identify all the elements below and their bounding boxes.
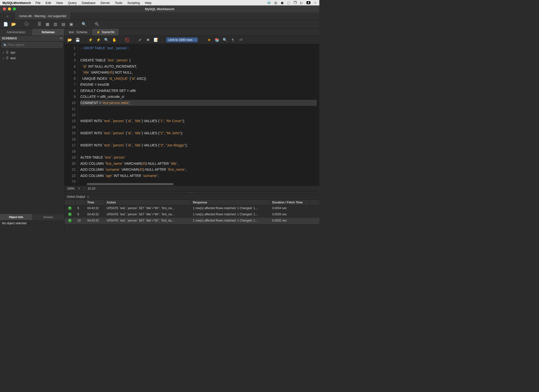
status-icon-3[interactable]: ◌	[287, 1, 290, 5]
col-status	[64, 200, 75, 205]
output-row[interactable]: 904:43:32UPDATE `test`.`person` SET `tit…	[64, 212, 319, 218]
input-source-icon[interactable]: A	[306, 1, 310, 4]
refresh-icon[interactable]: ⟲	[60, 37, 62, 40]
sidebar: Administration Schemas SCHEMAS ⟲ 🔍 ▸ 🗄 s…	[0, 29, 64, 232]
execute-current-button[interactable]: ⚡	[96, 37, 101, 43]
create-procedure-button[interactable]: ▤	[60, 21, 66, 28]
editor-tab-label: test - Schema	[69, 30, 87, 34]
success-icon	[68, 213, 72, 216]
wrap-button[interactable]: ⏎	[238, 37, 243, 43]
schema-label: test	[10, 56, 16, 60]
scrollbar-thumb[interactable]	[87, 183, 174, 185]
output-table: Time Action Response Duration / Fetch Ti…	[64, 199, 319, 232]
status-icon-6[interactable]: ✕	[314, 1, 317, 5]
create-view-button[interactable]: ▥	[52, 21, 59, 28]
output-title[interactable]: Action Output	[67, 195, 85, 198]
new-sql-tab-button[interactable]: 📄	[2, 21, 9, 28]
save-file-button[interactable]: 💾	[75, 37, 80, 43]
status-icon-2[interactable]: ◉	[281, 1, 284, 5]
menu-tools[interactable]: Tools	[115, 1, 122, 5]
tab-schemas[interactable]: Schemas	[32, 29, 64, 35]
output-row[interactable]: 804:43:32UPDATE `test`.`person` SET `tit…	[64, 205, 319, 212]
horizontal-scrollbar[interactable]	[64, 183, 319, 186]
rollback-button[interactable]: ✖	[145, 37, 151, 43]
chevron-updown-icon[interactable]: ⇅	[87, 196, 89, 198]
main-toolbar: 📄 📂 ⓘ 🗄 ▦ ▥ ▤ ▣ 🔍 🔌	[0, 20, 319, 29]
horizontal-splitter[interactable]: • • •	[64, 191, 319, 194]
home-tab[interactable]: ⌂	[0, 12, 15, 20]
editor-tab-schema[interactable]: test - Schema	[64, 29, 92, 35]
inspector-button[interactable]: ⓘ	[23, 21, 30, 28]
sidebar-bottom-tabs: Object Info Session	[0, 214, 64, 220]
docker-icon[interactable]: 🐳	[267, 1, 271, 5]
tab-administration[interactable]: Administration	[0, 29, 32, 35]
menu-scripting[interactable]: Scripting	[127, 1, 140, 5]
connection-tab-active[interactable]: ironoc-db - Warning - not supported	[15, 12, 71, 20]
editor-toolbar: 📂 💾 ⚡ ⚡ 🔍 ✋ 🚫 ✔ ✖ 📝 Limit to 1000 rows ★…	[64, 36, 319, 44]
limit-rows-select[interactable]: Limit to 1000 rows	[166, 37, 198, 42]
search-button[interactable]: 🔍	[222, 37, 228, 43]
minimize-window-button[interactable]	[8, 7, 11, 10]
toggle-whitespace-button[interactable]: 📝	[153, 37, 159, 43]
menu-help[interactable]: Help	[145, 1, 151, 5]
execute-button[interactable]: ⚡	[88, 37, 93, 43]
menu-server[interactable]: Server	[100, 1, 110, 5]
tab-object-info[interactable]: Object Info	[0, 214, 32, 220]
menu-query[interactable]: Query	[68, 1, 77, 5]
search-icon: 🔍	[3, 44, 7, 47]
status-icon-1[interactable]: ◎	[274, 1, 277, 5]
window-titlebar: MySQL Workbench	[0, 5, 319, 12]
zoom-stepper-icon[interactable]: ⇅	[78, 187, 80, 190]
editor-tab-starterdb[interactable]: ⚡ StarterDb	[92, 29, 119, 35]
window-title: MySQL Workbench	[145, 7, 175, 11]
macos-menubar: MySQLWorkbench File Edit View Query Data…	[0, 0, 319, 5]
col-duration[interactable]: Duration / Fetch Time	[270, 200, 310, 205]
connection-tabs: ⌂ ironoc-db - Warning - not supported	[0, 12, 319, 20]
invisible-chars-button[interactable]: ¶	[230, 37, 236, 43]
explain-button[interactable]: 🔍	[104, 37, 109, 43]
schema-item-test[interactable]: ▸ 🗄 test	[2, 55, 62, 61]
no-object-label: No object selected	[2, 222, 27, 225]
create-function-button[interactable]: ▣	[68, 21, 74, 28]
schemas-header-label: SCHEMAS	[2, 37, 17, 40]
toggle-autocommit-button[interactable]: 🚫	[124, 37, 130, 43]
app-name: MySQLWorkbench	[2, 1, 31, 5]
success-icon	[68, 219, 72, 222]
output-table-header: Time Action Response Duration / Fetch Ti…	[64, 199, 319, 205]
stop-button[interactable]: ✋	[112, 37, 117, 43]
code-content[interactable]: -- DROP TABLE `test`.`person`; CREATE TA…	[78, 44, 319, 183]
maximize-window-button[interactable]	[13, 7, 16, 10]
editor-area: test - Schema ⚡ StarterDb 📂 💾 ⚡ ⚡ 🔍 ✋ 🚫 …	[64, 29, 319, 232]
col-time[interactable]: Time	[85, 200, 105, 205]
menu-file[interactable]: File	[35, 1, 41, 5]
commit-button[interactable]: ✔	[137, 37, 143, 43]
menu-view[interactable]: View	[56, 1, 63, 5]
col-response[interactable]: Response	[191, 200, 270, 205]
main-layout: Administration Schemas SCHEMAS ⟲ 🔍 ▸ 🗄 s…	[0, 29, 319, 232]
output-row[interactable]: 1004:43:32UPDATE `test`.`person` SET `ti…	[64, 218, 319, 224]
beautify-button[interactable]: ★	[206, 37, 212, 43]
traffic-lights	[0, 7, 16, 10]
open-file-button[interactable]: 📂	[67, 37, 72, 43]
reconnect-button[interactable]: 🔌	[94, 21, 100, 28]
code-editor[interactable]: 1234567891011121314151617181920212223 --…	[64, 44, 319, 183]
search-table-button[interactable]: 🔍	[81, 21, 87, 28]
menu-edit[interactable]: Edit	[46, 1, 51, 5]
schema-item-sys[interactable]: ▸ 🗄 sys	[2, 50, 62, 55]
filter-objects-input[interactable]	[1, 42, 63, 48]
object-info-panel: No object selected	[0, 220, 64, 232]
close-window-button[interactable]	[3, 7, 6, 10]
output-header: Action Output ⇅	[64, 194, 319, 199]
tab-session[interactable]: Session	[32, 214, 64, 220]
action-output-panel: Action Output ⇅ Time Action Response Dur…	[64, 194, 319, 232]
create-schema-button[interactable]: 🗄	[36, 21, 43, 28]
find-button[interactable]: 📚	[214, 37, 220, 43]
zoom-level[interactable]: 100%	[67, 187, 75, 190]
menu-database[interactable]: Database	[82, 1, 95, 5]
status-icon-5[interactable]: ▷	[300, 1, 303, 5]
success-icon	[68, 206, 72, 210]
create-table-button[interactable]: ▦	[44, 21, 51, 28]
status-icon-4[interactable]: ❐	[294, 1, 297, 5]
col-action[interactable]: Action	[105, 200, 191, 205]
open-sql-file-button[interactable]: 📂	[10, 21, 17, 28]
